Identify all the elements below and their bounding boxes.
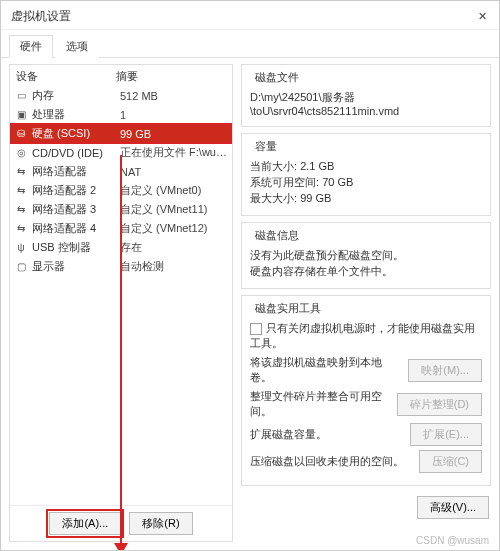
- capacity-title: 容量: [252, 139, 280, 154]
- hardware-row[interactable]: ⛁硬盘 (SCSI)99 GB: [10, 124, 232, 143]
- hardware-row[interactable]: ▭内存512 MB: [10, 86, 232, 105]
- poweroff-note: 只有关闭虚拟机电源时，才能使用磁盘实用工具。: [250, 321, 482, 351]
- cpu-icon: ▣: [14, 108, 28, 122]
- disk-info-title: 磁盘信息: [252, 228, 302, 243]
- sysfree-value: 70 GB: [322, 176, 353, 188]
- hardware-label: 网络适配器 4: [32, 221, 116, 236]
- map-text: 将该虚拟机磁盘映射到本地卷。: [250, 355, 402, 385]
- nic-icon: ⇆: [14, 184, 28, 198]
- current-size-value: 2.1 GB: [300, 160, 334, 172]
- hardware-label: 处理器: [32, 107, 116, 122]
- utilities-title: 磁盘实用工具: [252, 301, 324, 316]
- add-button[interactable]: 添加(A)...: [49, 512, 121, 535]
- disk-info-line1: 没有为此硬盘预分配磁盘空间。: [250, 248, 482, 263]
- hardware-summary: 自定义 (VMnet12): [120, 221, 228, 236]
- tab-options[interactable]: 选项: [55, 35, 99, 58]
- hardware-label: USB 控制器: [32, 240, 116, 255]
- defrag-text: 整理文件碎片并整合可用空间。: [250, 389, 391, 419]
- hardware-panel: 设备 摘要 ▭内存512 MB▣处理器1⛁硬盘 (SCSI)99 GB◎CD/D…: [9, 64, 233, 542]
- defrag-button[interactable]: 碎片整理(D): [397, 393, 482, 416]
- close-icon[interactable]: ✕: [473, 7, 491, 25]
- hardware-summary: 正在使用文件 F:\wutool\Cent...: [120, 145, 228, 160]
- annotation-arrow-head: [114, 543, 128, 550]
- memory-icon: ▭: [14, 89, 28, 103]
- disk-file-group: 磁盘文件 D:\my\242501\服务器\toU\srvr04\cts8521…: [241, 64, 491, 127]
- expand-button[interactable]: 扩展(E)...: [410, 423, 482, 446]
- nic-icon: ⇆: [14, 222, 28, 236]
- hardware-label: 网络适配器 2: [32, 183, 116, 198]
- disk-icon: ⛁: [14, 127, 28, 141]
- hardware-label: CD/DVD (IDE): [32, 147, 116, 159]
- hardware-summary: 自定义 (VMnet11): [120, 202, 228, 217]
- hardware-label: 网络适配器: [32, 164, 116, 179]
- tab-hardware[interactable]: 硬件: [9, 35, 53, 58]
- max-size-value: 99 GB: [300, 192, 331, 204]
- disk-file-label: 磁盘文件: [252, 70, 302, 85]
- max-size-label: 最大大小:: [250, 192, 297, 204]
- usb-icon: ψ: [14, 241, 28, 255]
- compact-button[interactable]: 压缩(C): [419, 450, 482, 473]
- map-button[interactable]: 映射(M)...: [408, 359, 482, 382]
- hardware-summary: NAT: [120, 166, 228, 178]
- display-icon: ▢: [14, 260, 28, 274]
- disk-file-path: D:\my\242501\服务器\toU\srvr04\cts852111min…: [250, 90, 482, 117]
- hardware-header: 设备 摘要: [10, 65, 232, 86]
- expand-text: 扩展磁盘容量。: [250, 427, 404, 442]
- nic-icon: ⇆: [14, 165, 28, 179]
- watermark: CSDN @wusam: [416, 535, 489, 546]
- window-title: 虚拟机设置: [11, 8, 71, 25]
- checkbox-icon: [250, 323, 262, 335]
- disk-info-line2: 硬盘内容存储在单个文件中。: [250, 264, 482, 279]
- vm-settings-window: 虚拟机设置 ✕ 硬件 选项 设备 摘要 ▭内存512 MB▣处理器1⛁硬盘 (S…: [0, 0, 500, 551]
- disk-info-group: 磁盘信息 没有为此硬盘预分配磁盘空间。 硬盘内容存储在单个文件中。: [241, 222, 491, 289]
- col-device: 设备: [16, 69, 116, 84]
- hardware-summary: 99 GB: [120, 128, 228, 140]
- disk-utilities-group: 磁盘实用工具 只有关闭虚拟机电源时，才能使用磁盘实用工具。 将该虚拟机磁盘映射到…: [241, 295, 491, 486]
- hardware-row[interactable]: ▣处理器1: [10, 105, 232, 124]
- hardware-summary: 存在: [120, 240, 228, 255]
- col-summary: 摘要: [116, 69, 138, 84]
- detail-panel: 磁盘文件 D:\my\242501\服务器\toU\srvr04\cts8521…: [241, 64, 491, 542]
- hardware-summary: 1: [120, 109, 228, 121]
- hardware-label: 硬盘 (SCSI): [32, 126, 116, 141]
- capacity-group: 容量 当前大小: 2.1 GB 系统可用空间: 70 GB 最大大小: 99 G…: [241, 133, 491, 216]
- sysfree-label: 系统可用空间:: [250, 176, 319, 188]
- titlebar: 虚拟机设置 ✕: [1, 1, 499, 30]
- detail-footer: 高级(V)...: [241, 492, 491, 523]
- hardware-label: 网络适配器 3: [32, 202, 116, 217]
- annotation-arrow-line: [120, 155, 122, 545]
- hardware-summary: 自动检测: [120, 259, 228, 274]
- content-area: 设备 摘要 ▭内存512 MB▣处理器1⛁硬盘 (SCSI)99 GB◎CD/D…: [1, 58, 499, 550]
- hardware-label: 内存: [32, 88, 116, 103]
- tab-strip: 硬件 选项: [1, 30, 499, 58]
- hardware-label: 显示器: [32, 259, 116, 274]
- cd-icon: ◎: [14, 146, 28, 160]
- current-size-label: 当前大小:: [250, 160, 297, 172]
- compact-text: 压缩磁盘以回收未使用的空间。: [250, 454, 413, 469]
- hardware-summary: 自定义 (VMnet0): [120, 183, 228, 198]
- advanced-button[interactable]: 高级(V)...: [417, 496, 489, 519]
- nic-icon: ⇆: [14, 203, 28, 217]
- remove-button[interactable]: 移除(R): [129, 512, 192, 535]
- hardware-summary: 512 MB: [120, 90, 228, 102]
